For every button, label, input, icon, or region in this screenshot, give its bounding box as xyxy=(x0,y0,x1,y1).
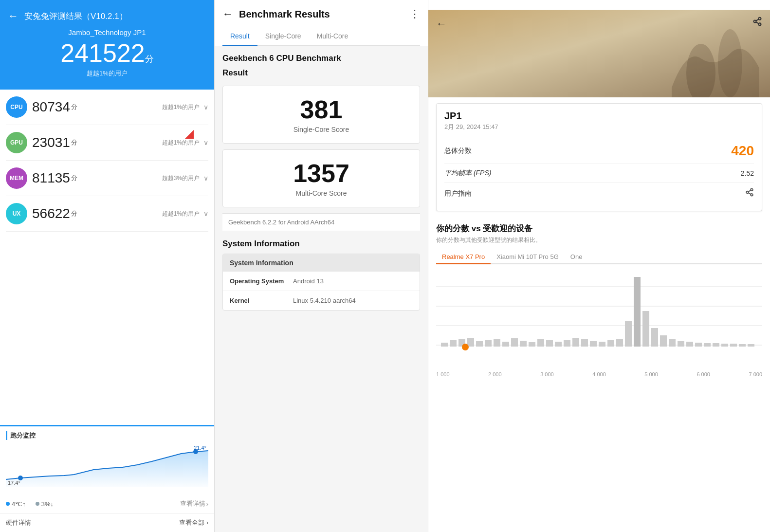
chart-high-label: 21.4° xyxy=(194,445,206,451)
ux-score-value: 56622 xyxy=(32,206,70,221)
svg-rect-53 xyxy=(739,344,746,347)
compare-tab-realme[interactable]: Realme X7 Pro xyxy=(436,250,491,264)
chart-low-label: 17.4° xyxy=(8,480,20,486)
mem-score-row[interactable]: MEM 81135 分 超越3%的用户 ∨ xyxy=(6,161,208,196)
tab-result[interactable]: Result xyxy=(222,27,257,46)
svg-line-9 xyxy=(756,19,759,20)
cpu-badge: CPU xyxy=(6,96,27,118)
svg-rect-46 xyxy=(678,341,684,347)
compare-section: 你的分數 vs 受歡迎的设备 你的分数与其他受歓迎型號的结果相比。 Realme… xyxy=(428,217,770,532)
svg-rect-20 xyxy=(450,340,457,347)
tab-multi-core[interactable]: Multi-Core xyxy=(309,27,356,46)
sysinfo-header: System Information xyxy=(223,254,420,272)
mem-score-value: 81135 xyxy=(32,170,70,186)
svg-rect-19 xyxy=(441,343,448,347)
antutu-back-button[interactable]: ← xyxy=(8,10,18,22)
view-all-button[interactable]: 查看全部 › xyxy=(179,518,208,527)
antutu-title: 安兔兔评测结果（V10.2.1） xyxy=(24,11,128,22)
antutu-score-list: CPU 80734 分 超越1%的用户 ∨ GPU 23031 分 超越1%的用… xyxy=(0,90,214,425)
os-value: Android 13 xyxy=(293,277,413,285)
guide-share-icon[interactable] xyxy=(745,188,754,199)
geekbench-more-button[interactable]: ⋮ xyxy=(409,8,420,20)
svg-point-6 xyxy=(754,20,756,23)
svg-rect-32 xyxy=(555,342,562,347)
gpu-percentile: 超越1%的用户 xyxy=(162,139,200,147)
cpu-percentile: 超越1%的用户 xyxy=(162,103,200,111)
compare-title: 你的分數 vs 受歡迎的设备 xyxy=(436,223,762,234)
svg-rect-48 xyxy=(695,343,702,347)
ux-score-row[interactable]: UX 56622 分 超越1%的用户 ∨ xyxy=(6,196,208,232)
sysinfo-kernel-row: Kernel Linux 5.4.210 aarch64 xyxy=(223,291,420,310)
wildlife-chart xyxy=(436,272,762,369)
svg-rect-22 xyxy=(467,338,474,347)
geekbench-version-info: Geekbench 6.2.2 for Android AArch64 xyxy=(222,213,420,231)
wildlife-chart-svg xyxy=(436,272,762,365)
svg-rect-49 xyxy=(704,343,711,347)
svg-rect-39 xyxy=(616,339,623,347)
wildlife-share-icon[interactable] xyxy=(752,17,762,29)
antutu-device-name: Jambo_Technology JP1 xyxy=(8,28,206,37)
antutu-total-score: 241522分 xyxy=(8,39,206,67)
antutu-percentile: 超越1%的用户 xyxy=(8,69,206,78)
compare-tab-xiaomi[interactable]: Xiaomi Mi 10T Pro 5G xyxy=(491,250,565,264)
wildlife-back-button[interactable]: ← xyxy=(436,18,447,30)
battery-icon xyxy=(36,502,39,506)
kernel-key: Kernel xyxy=(230,297,293,304)
monitor-title: 跑分监控 xyxy=(6,431,208,440)
wildlife-guide-row[interactable]: 用户指南 xyxy=(444,183,754,204)
svg-rect-36 xyxy=(590,341,597,347)
tab-single-core[interactable]: Single-Core xyxy=(257,27,309,46)
geekbench-result-label: Result xyxy=(222,68,420,78)
cpu-score-row[interactable]: CPU 80734 分 超越1%的用户 ∨ xyxy=(6,90,208,125)
svg-rect-25 xyxy=(494,339,500,347)
sysinfo-os-row: Operating System Android 13 xyxy=(223,272,420,291)
geekbench-header: ← Benchmark Results ⋮ Result Single-Core… xyxy=(215,0,428,46)
monitor-stats: 4℃↑ 3%↓ 查看详情 › xyxy=(6,496,208,510)
svg-rect-41 xyxy=(634,277,641,347)
view-detail-button[interactable]: 查看详情 › xyxy=(180,499,208,508)
svg-rect-26 xyxy=(502,342,509,347)
os-key: Operating System xyxy=(230,277,293,285)
hardware-detail-label: 硬件详情 xyxy=(6,518,31,527)
total-score: 420 xyxy=(731,143,754,159)
monitor-chart: 21.4° 17.4° xyxy=(6,443,208,496)
svg-rect-35 xyxy=(581,339,588,347)
antutu-footer: 硬件详情 查看全部 › xyxy=(0,513,214,532)
battery-pct-stat: 3%↓ xyxy=(36,500,54,508)
mem-badge: MEM xyxy=(6,167,27,189)
total-label: 总体分数 xyxy=(444,147,472,155)
geekbench-back-button[interactable]: ← xyxy=(222,8,233,20)
svg-rect-42 xyxy=(642,311,649,347)
wildlife-bg-art xyxy=(428,10,770,97)
svg-line-13 xyxy=(748,193,751,194)
svg-rect-24 xyxy=(485,340,492,347)
svg-rect-47 xyxy=(686,342,693,347)
svg-rect-52 xyxy=(730,344,737,347)
svg-rect-40 xyxy=(625,321,632,347)
compare-subtitle: 你的分数与其他受歓迎型號的结果相比。 xyxy=(436,236,762,244)
geekbench-title: Benchmark Results xyxy=(239,9,330,20)
svg-point-55 xyxy=(462,344,469,350)
compare-tab-one[interactable]: One xyxy=(565,250,588,264)
kernel-value: Linux 5.4.210 aarch64 xyxy=(293,297,413,304)
sysinfo-section-title: System Information xyxy=(222,239,420,249)
view-detail-arrow-icon: › xyxy=(206,500,208,508)
battery-temp-stat: 4℃↑ xyxy=(6,500,26,508)
svg-rect-43 xyxy=(651,328,658,347)
multi-core-score: 1357 xyxy=(233,160,410,187)
wildlife-device-name: JP1 xyxy=(444,110,754,122)
antutu-panel: ← 安兔兔评测结果（V10.2.1） Jambo_Technology JP1 … xyxy=(0,0,214,532)
wildlife-background: ← Wild Life xyxy=(428,10,770,97)
guide-label: 用户指南 xyxy=(444,189,472,198)
temp-icon xyxy=(6,502,10,506)
compare-tabs: Realme X7 Pro Xiaomi Mi 10T Pro 5G One xyxy=(436,250,762,264)
geekbench-panel: ← Benchmark Results ⋮ Result Single-Core… xyxy=(214,0,428,532)
wildlife-total-row: 总体分数 420 xyxy=(444,138,754,164)
gpu-score-row[interactable]: GPU 23031 分 超越1%的用户 ∨ xyxy=(6,125,208,161)
wildlife-fps-row: 平均帧率 (FPS) 2.52 xyxy=(444,164,754,183)
gpu-score-value: 23031 xyxy=(32,135,70,150)
wildlife-panel: ← Wild Life JP1 2月 29, 2024 15:47 总体分数 4… xyxy=(428,0,770,532)
ux-percentile: 超越1%的用户 xyxy=(162,210,200,218)
ux-badge: UX xyxy=(6,203,27,224)
single-core-label: Single-Core Score xyxy=(233,126,410,133)
